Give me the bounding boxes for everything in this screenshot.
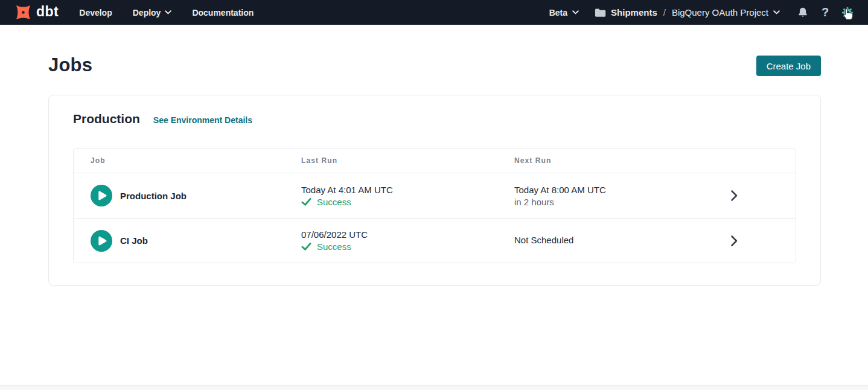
run-job-play-button[interactable] bbox=[91, 230, 112, 252]
environment-card-header: Production See Environment Details bbox=[73, 112, 796, 126]
gear-icon bbox=[841, 6, 854, 19]
status-badge: Success bbox=[317, 197, 351, 207]
row-chevron[interactable] bbox=[709, 190, 796, 202]
status-badge: Success bbox=[317, 241, 351, 252]
breadcrumb-separator: / bbox=[662, 7, 667, 18]
environment-name: Production bbox=[73, 112, 140, 126]
chevron-down-icon bbox=[165, 10, 171, 14]
nav-item-deploy[interactable]: Deploy bbox=[133, 8, 172, 18]
chevron-right-icon bbox=[730, 235, 738, 247]
bottom-scroll-strip bbox=[0, 385, 868, 390]
chevron-down-icon bbox=[572, 10, 579, 14]
next-run-relative: in 2 hours bbox=[514, 197, 709, 207]
see-environment-details-link[interactable]: See Environment Details bbox=[153, 115, 252, 125]
last-run-time: Today At 4:01 AM UTC bbox=[301, 185, 514, 195]
table-row-ci-job[interactable]: CI Job 07/06/2022 UTC Success Not Schedu… bbox=[74, 218, 796, 263]
nav-item-label: Deploy bbox=[133, 8, 161, 18]
navbar-utility-icons: ? bbox=[796, 5, 855, 20]
notifications-button[interactable] bbox=[796, 5, 810, 20]
column-header-last-run: Last Run bbox=[301, 156, 514, 165]
job-cell: CI Job bbox=[91, 230, 301, 252]
job-cell: Production Job bbox=[91, 185, 301, 206]
dbt-logo-icon bbox=[14, 4, 32, 21]
dbt-logo[interactable]: dbt bbox=[14, 4, 59, 21]
project-switcher[interactable]: Shipments / BigQuery OAuth Project bbox=[595, 7, 780, 18]
next-run-time: Today At 8:00 AM UTC bbox=[514, 185, 709, 195]
top-navbar: dbt Develop Deploy Documentation Beta bbox=[0, 0, 868, 25]
last-run-time: 07/06/2022 UTC bbox=[301, 229, 514, 240]
settings-button[interactable] bbox=[840, 5, 855, 20]
row-chevron[interactable] bbox=[709, 235, 796, 247]
folder-icon bbox=[595, 8, 606, 18]
project-name: BigQuery OAuth Project bbox=[672, 7, 768, 18]
primary-nav: Develop Deploy Documentation bbox=[79, 8, 254, 18]
navbar-right: Beta Shipments / BigQuery OAuth Project bbox=[549, 5, 855, 20]
dbt-logo-text: dbt bbox=[36, 5, 59, 21]
success-check-icon bbox=[301, 242, 311, 251]
beta-dropdown[interactable]: Beta bbox=[549, 8, 579, 18]
table-row-production-job[interactable]: Production Job Today At 4:01 AM UTC Succ… bbox=[74, 173, 796, 218]
chevron-down-icon bbox=[773, 10, 780, 14]
create-job-button[interactable]: Create Job bbox=[756, 56, 821, 76]
nav-item-label: Documentation bbox=[192, 8, 254, 18]
nav-item-label: Develop bbox=[79, 8, 112, 18]
column-header-job: Job bbox=[91, 156, 301, 165]
jobs-table-header-row: Job Last Run Next Run bbox=[74, 149, 796, 173]
beta-label: Beta bbox=[549, 8, 567, 18]
jobs-table: Job Last Run Next Run Production Job Tod… bbox=[73, 148, 796, 263]
next-run-time: Not Scheduled bbox=[514, 235, 709, 245]
job-name: CI Job bbox=[120, 235, 148, 246]
environment-card: Production See Environment Details Job L… bbox=[48, 95, 821, 286]
next-run-cell: Not Scheduled bbox=[514, 235, 709, 247]
job-name: Production Job bbox=[120, 191, 187, 201]
last-run-cell: 07/06/2022 UTC Success bbox=[301, 229, 514, 252]
last-run-cell: Today At 4:01 AM UTC Success bbox=[301, 185, 514, 207]
column-header-next-run: Next Run bbox=[514, 156, 709, 165]
help-button[interactable]: ? bbox=[818, 5, 832, 20]
page-header: Jobs Create Job bbox=[0, 25, 868, 76]
question-mark-icon: ? bbox=[822, 5, 829, 19]
nav-item-documentation[interactable]: Documentation bbox=[192, 8, 254, 18]
chevron-right-icon bbox=[730, 190, 738, 202]
success-check-icon bbox=[301, 197, 311, 206]
nav-item-develop[interactable]: Develop bbox=[79, 8, 112, 18]
page-title: Jobs bbox=[48, 54, 92, 76]
run-job-play-button[interactable] bbox=[91, 185, 112, 206]
account-name: Shipments bbox=[611, 7, 657, 18]
bell-icon bbox=[797, 6, 809, 19]
next-run-cell: Today At 8:00 AM UTC in 2 hours bbox=[514, 185, 709, 207]
